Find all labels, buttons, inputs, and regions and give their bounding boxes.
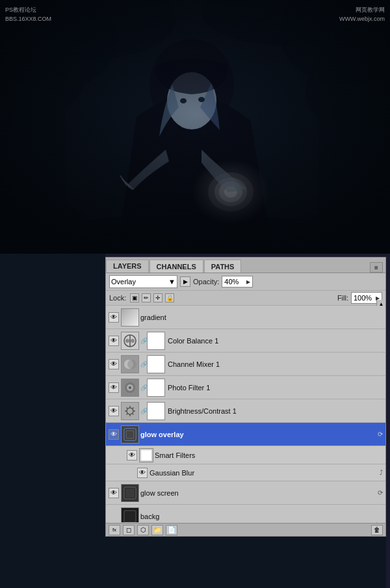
layer-name-color-balance: Color Balance 1 [168,337,383,345]
layers-panel: LAYERS CHANNELS PATHS ≡ Overlay ▼ ▶ Opac… [105,257,386,537]
bottom-dark-area [105,537,386,588]
layer-row-gaussian-blur[interactable]: 👁 Gaussian Blur ⤴ [106,464,385,481]
svg-point-32 [127,360,136,369]
visibility-channel-mixer[interactable]: 👁 [109,359,119,369]
new-layer-button[interactable]: 📄 [166,525,177,535]
visibility-gradient[interactable]: 👁 [109,312,119,323]
opacity-input[interactable]: 40% ▶ [222,276,253,287]
thumb-channel-mixer [121,355,139,373]
visibility-brightness-contrast[interactable]: 👁 [109,406,119,416]
mask-channel-mixer [147,355,165,373]
svg-rect-52 [124,511,136,522]
thumb-brightness-contrast [121,402,139,420]
layer-row-photo-filter[interactable]: 👁 🔗 Photo Filter 1 [106,376,385,399]
tabs-row: LAYERS CHANNELS PATHS ≡ [106,258,385,273]
visibility-glow-overlay[interactable]: 👁 [109,429,119,440]
thumb-glow-overlay [121,425,139,444]
lock-transparency[interactable]: ▣ [130,293,139,302]
opacity-label: Opacity: [193,278,219,286]
layer-fx-glow-screen: ⟳ [378,489,383,496]
lock-row: Lock: ▣ ✏ ✛ 🔒 Fill: 100% ▶ [106,291,385,306]
lock-label: Lock: [109,294,126,302]
add-mask-button[interactable]: ◻ [123,525,135,535]
thumb-gradient [121,308,139,327]
gaussian-blur-icon: ⤴ [380,469,383,476]
thumb-backg [121,507,139,523]
thumb-glow-screen [121,484,139,502]
tab-channels[interactable]: CHANNELS [150,260,203,273]
link-color-balance: 🔗 [140,332,147,350]
add-style-button[interactable]: fx [109,525,120,535]
thumb-color-balance [121,332,139,350]
svg-rect-51 [125,488,135,498]
visibility-photo-filter[interactable]: 👁 [109,382,119,393]
tab-paths[interactable]: PATHS [204,260,242,273]
thumb-photo-filter [121,379,139,397]
layer-row-glow-overlay[interactable]: 👁 glow overlay ⟳ [106,423,385,446]
svg-point-29 [125,339,129,343]
visibility-color-balance[interactable]: 👁 [109,336,119,346]
new-fill-layer-button[interactable]: ⬡ [137,525,149,535]
mask-color-balance [147,332,165,350]
lock-all[interactable]: 🔒 [165,293,174,302]
svg-rect-26 [0,0,390,254]
layer-name-smart-filters: Smart Filters [155,451,383,459]
svg-rect-49 [142,450,151,460]
svg-line-42 [133,413,134,414]
layer-row-smart-filters[interactable]: 👁 Smart Filters [106,446,385,464]
layer-row-gradient[interactable]: 👁 gradient [106,306,385,329]
mask-photo-filter [147,379,165,397]
layer-name-gaussian-blur: Gaussian Blur [150,469,380,477]
blend-mode-row: Overlay ▼ ▶ Opacity: 40% ▶ [106,273,385,291]
layer-name-glow-overlay: glow overlay [140,431,378,438]
layer-name-channel-mixer: Channel Mixer 1 [168,360,383,368]
link-brightness-contrast: 🔗 [140,402,147,420]
svg-point-30 [131,339,135,343]
watermark-left: PS教程论坛 BBS.16XX8.COM [5,5,51,23]
photo-area: PS教程论坛 BBS.16XX8.COM 网页教学网 WWW.webjx.com [0,0,390,254]
watermark-right: 网页教学网 WWW.webjx.com [339,5,385,23]
layer-name-backg: backg [140,513,383,520]
layer-row-channel-mixer[interactable]: 👁 🔗 Channel Mixer 1 [106,353,385,376]
tab-layers[interactable]: LAYERS [106,260,149,273]
left-dark-area [0,254,105,588]
svg-point-35 [129,386,131,389]
svg-line-41 [127,407,128,408]
blend-mode-arrow[interactable]: ▶ [180,276,190,287]
svg-line-43 [127,413,128,414]
thumb-smart-filters [139,448,153,462]
layer-row-color-balance[interactable]: 👁 🔗 Color Balance 1 [106,329,385,353]
layer-name-brightness-contrast: Brightness/Contrast 1 [168,407,383,415]
visibility-gaussian-blur[interactable]: 👁 [137,468,148,478]
new-group-button[interactable]: 📁 [151,525,163,535]
layer-row-brightness-contrast[interactable]: 👁 🔗 Brightness/Contrast 1 [106,399,385,423]
panel-menu-button[interactable]: ≡ [370,262,383,273]
link-photo-filter: 🔗 [140,379,147,397]
layer-name-gradient: gradient [140,314,383,321]
link-channel-mixer: 🔗 [140,355,147,373]
visibility-glow-screen[interactable]: 👁 [109,488,119,498]
svg-rect-47 [127,431,133,438]
fill-label: Fill: [337,294,348,302]
layer-name-photo-filter: Photo Filter 1 [168,384,383,392]
layer-row-glow-screen[interactable]: 👁 glow screen ⟳ [106,481,385,505]
blend-mode-select[interactable]: Overlay ▼ [109,275,177,288]
lock-move[interactable]: ✛ [153,293,162,302]
layer-name-glow-screen: glow screen [140,489,378,497]
delete-layer-button[interactable]: 🗑 [371,525,383,535]
lock-paint[interactable]: ✏ [142,293,151,302]
mask-brightness-contrast [147,402,165,420]
layers-list: 👁 gradient 👁 🔗 Color Balance 1 [106,306,385,522]
visibility-smart-filters[interactable]: 👁 [127,450,137,461]
svg-line-44 [133,407,134,408]
layers-toolbar: fx ◻ ⬡ 📁 📄 🗑 [106,523,385,536]
layer-row-backg[interactable]: 👁 backg [106,505,385,522]
layer-fx-glow-overlay: ⟳ [378,431,383,438]
